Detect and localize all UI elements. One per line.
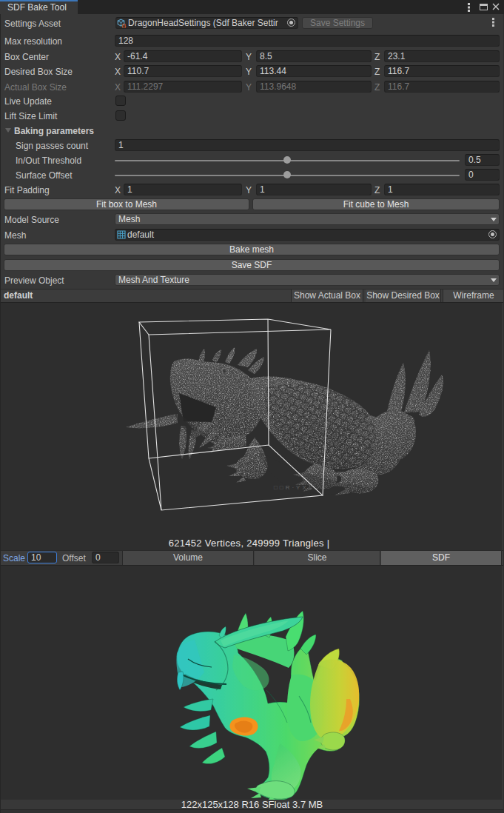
svg-text:□□R·YX: □□R·YX [274, 484, 309, 491]
svg-text:{}: {} [121, 22, 126, 28]
